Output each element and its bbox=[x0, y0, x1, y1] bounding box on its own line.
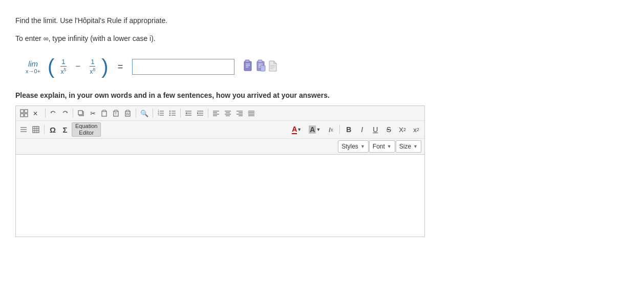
svg-rect-0 bbox=[244, 61, 251, 71]
bg-color-icon: A bbox=[309, 125, 316, 134]
show-blocks-btn[interactable] bbox=[18, 108, 30, 119]
svg-point-38 bbox=[169, 111, 170, 112]
indent-btn[interactable] bbox=[195, 108, 206, 119]
unordered-list-btn[interactable] bbox=[167, 108, 178, 119]
fraction-1-denominator: x5 bbox=[59, 67, 67, 75]
fraction-1: 1 x5 bbox=[59, 58, 67, 75]
toolbar-row-2: Ω Σ EquationEditor A ▼ A ▼ bbox=[16, 121, 424, 139]
svg-text:✕: ✕ bbox=[33, 110, 38, 117]
underline-btn[interactable]: U bbox=[369, 123, 381, 136]
answer-input[interactable] bbox=[132, 59, 234, 75]
svg-rect-66 bbox=[33, 126, 39, 133]
italic-btn[interactable]: I bbox=[356, 123, 368, 136]
editor-content-area[interactable] bbox=[16, 155, 424, 237]
svg-rect-16 bbox=[25, 110, 28, 113]
fraction-2: 1 x8 bbox=[89, 58, 96, 75]
editor-toolbar: ✕ ✂ T W 🔍 bbox=[16, 106, 424, 155]
outdent-btn[interactable] bbox=[183, 108, 194, 119]
font-dropdown[interactable]: Font ▼ bbox=[369, 140, 395, 153]
fraction-2-numerator: 1 bbox=[90, 58, 95, 67]
paste-icon-2[interactable] bbox=[255, 59, 267, 74]
fraction-1-numerator: 1 bbox=[60, 58, 66, 67]
cut-btn[interactable]: ✂ bbox=[87, 108, 98, 119]
size-dropdown-arrow: ▼ bbox=[413, 144, 418, 149]
svg-rect-10 bbox=[261, 66, 265, 71]
font-dropdown-arrow: ▼ bbox=[387, 144, 392, 149]
paste-btn[interactable] bbox=[99, 108, 110, 119]
row2-left-group: Ω Σ EquationEditor bbox=[18, 122, 101, 137]
svg-rect-27 bbox=[126, 110, 129, 112]
styles-dropdown[interactable]: Styles ▼ bbox=[338, 140, 369, 153]
lim-subscript: x→0+ bbox=[26, 68, 40, 74]
font-color-btn[interactable]: A ▼ bbox=[289, 123, 305, 136]
svg-rect-24 bbox=[115, 110, 117, 112]
toolbar-row-1: ✕ ✂ T W 🔍 bbox=[16, 106, 424, 121]
sep-6 bbox=[208, 109, 208, 118]
subscript-btn[interactable]: X2 bbox=[396, 123, 409, 136]
svg-rect-14 bbox=[20, 110, 24, 113]
svg-point-39 bbox=[169, 113, 170, 114]
sep-3 bbox=[136, 109, 136, 118]
explain-label: Please explain, in your own words and in… bbox=[15, 91, 629, 99]
toolbar-row-dropdowns: Styles ▼ Font ▼ Size ▼ bbox=[16, 139, 424, 154]
sep-4 bbox=[153, 109, 153, 118]
fraction-2-denominator: x8 bbox=[89, 67, 96, 75]
styles-label: Styles bbox=[341, 143, 358, 150]
svg-rect-15 bbox=[20, 114, 24, 117]
ordered-list-btn[interactable]: 1 2 3 bbox=[155, 108, 166, 119]
sep-2 bbox=[73, 109, 73, 118]
svg-rect-21 bbox=[102, 111, 106, 116]
source-btn[interactable]: ✕ bbox=[31, 108, 43, 119]
close-paren: ) bbox=[101, 56, 108, 77]
justify-btn[interactable] bbox=[246, 108, 257, 119]
svg-text:3: 3 bbox=[158, 113, 159, 116]
strike-btn[interactable]: S bbox=[382, 123, 395, 136]
copy-btn[interactable] bbox=[75, 108, 87, 119]
text-editor: ✕ ✂ T W 🔍 bbox=[15, 105, 425, 237]
instruction-line-1: Find the limit. Use l'Hôpital's Rule if … bbox=[15, 15, 629, 26]
undo-btn[interactable] bbox=[48, 108, 59, 119]
align-left-btn[interactable] bbox=[210, 108, 222, 119]
clear-format-x: x bbox=[331, 127, 333, 133]
minus-sign: − bbox=[75, 61, 80, 72]
svg-text:W: W bbox=[126, 112, 130, 116]
size-label: Size bbox=[399, 143, 411, 150]
fraction-group: 1 x5 − 1 x8 bbox=[59, 58, 96, 75]
font-color-dropdown-arrow: ▼ bbox=[297, 127, 302, 132]
plain-file-icon[interactable] bbox=[268, 60, 277, 74]
align-center-btn[interactable] bbox=[222, 108, 233, 119]
sep-5 bbox=[180, 109, 181, 118]
paste-word-btn[interactable]: W bbox=[122, 108, 134, 119]
size-dropdown[interactable]: Size ▼ bbox=[396, 140, 421, 153]
paste-icon-1[interactable] bbox=[243, 59, 254, 74]
svg-point-40 bbox=[169, 115, 170, 116]
svg-rect-20 bbox=[78, 111, 82, 115]
font-color-icon: A bbox=[292, 125, 297, 134]
sigma-btn[interactable]: Σ bbox=[59, 124, 71, 135]
font-label: Font bbox=[373, 143, 385, 150]
table-btn[interactable] bbox=[30, 124, 41, 135]
svg-rect-22 bbox=[103, 110, 105, 112]
instruction-line-2: To enter ∞, type infinity (with a lower … bbox=[15, 33, 629, 44]
sep-7 bbox=[44, 125, 45, 134]
paste-plain-btn[interactable]: T bbox=[111, 108, 122, 119]
limit-expression: lim x→0+ bbox=[26, 59, 40, 74]
superscript-btn[interactable]: x2 bbox=[410, 123, 422, 136]
clear-format-btn[interactable]: Ix bbox=[325, 123, 337, 136]
bold-btn[interactable]: B bbox=[342, 123, 355, 136]
file-icon-group bbox=[243, 59, 277, 74]
redo-btn[interactable] bbox=[59, 108, 71, 119]
svg-rect-17 bbox=[25, 114, 28, 117]
row2-right-group: A ▼ A ▼ Ix B I U bbox=[289, 123, 422, 136]
sep-1 bbox=[45, 109, 46, 118]
open-paren: ( bbox=[48, 56, 54, 77]
equation-editor-btn[interactable]: EquationEditor bbox=[72, 122, 101, 137]
bg-color-btn[interactable]: A ▼ bbox=[306, 123, 324, 136]
find-btn[interactable]: 🔍 bbox=[138, 108, 151, 119]
bg-color-dropdown-arrow: ▼ bbox=[316, 127, 320, 132]
omega-btn[interactable]: Ω bbox=[47, 124, 58, 135]
svg-text:T: T bbox=[115, 112, 117, 116]
align-right-btn[interactable] bbox=[234, 108, 245, 119]
list-btn-2[interactable] bbox=[18, 124, 29, 135]
lim-label: lim bbox=[28, 59, 38, 68]
